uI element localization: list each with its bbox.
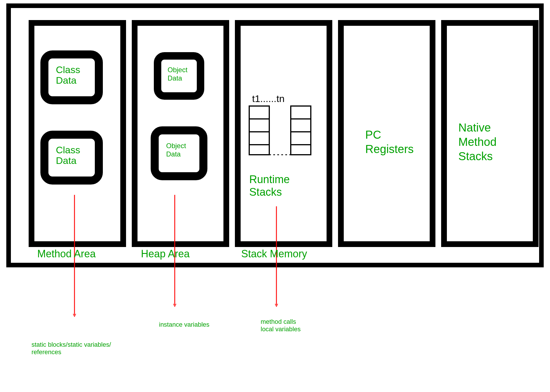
thread-stack-tn	[291, 106, 311, 155]
object-data-label-1: Object Data	[168, 66, 187, 83]
object-data-label-2: Object Data	[166, 142, 186, 158]
class-data-label-1: Class Data	[56, 64, 80, 86]
class-data-label-2: Class Data	[56, 145, 80, 166]
threads-label: t1......tn	[252, 93, 284, 104]
stack-memory-footer: Stack Memory	[241, 248, 307, 260]
diagram-canvas: Class Data Class Data Object Data Object…	[0, 0, 550, 392]
svg-rect-4	[291, 106, 311, 155]
heap-area-footer: Heap Area	[141, 248, 190, 260]
runtime-stacks-label: Runtime Stacks	[249, 173, 290, 198]
pc-registers-label: PC Registers	[365, 128, 414, 156]
native-method-stacks-label: Native Method Stacks	[458, 120, 496, 163]
svg-rect-0	[249, 106, 269, 155]
column-stack-memory	[238, 23, 329, 244]
thread-stack-t1	[249, 106, 269, 155]
method-area-footer: Method Area	[37, 248, 96, 260]
annotation-method-area: static blocks/static variables/ referenc…	[32, 341, 111, 356]
annotation-heap-area: instance variables	[159, 321, 209, 328]
annotation-stack-memory: method calls local variables	[261, 318, 300, 333]
